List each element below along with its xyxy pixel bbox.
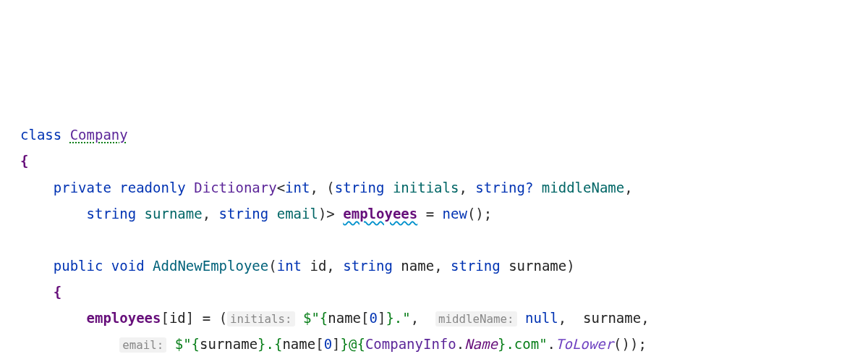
keyword-readonly: readonly (119, 180, 186, 195)
string-interp-1a: $"{ (303, 310, 328, 326)
comma: , (411, 310, 419, 326)
keyword-null: null (525, 310, 558, 326)
paren-open: ( (326, 180, 334, 195)
bracket-close: ] (332, 336, 340, 352)
bracket-close: ] (378, 310, 386, 326)
comma: , (310, 180, 318, 195)
param-name: name (401, 258, 434, 274)
code-block: class Company { private readonly Diction… (20, 127, 650, 362)
keyword-void: void (111, 258, 145, 274)
param-type-int: int (277, 258, 302, 274)
inlay-hint-email: email: (119, 337, 166, 353)
bracket-close: ] (186, 310, 194, 326)
brace-open: { (20, 153, 28, 169)
prop-name: Name (464, 336, 498, 352)
param-type-string: string (343, 258, 393, 274)
interp-surname: surname (200, 336, 258, 352)
bracket-open: [ (361, 310, 369, 326)
param-type-string: string (451, 258, 501, 274)
bracket-open: [ (161, 310, 169, 326)
type-string: string (219, 206, 269, 222)
ref-employees: employees (87, 310, 161, 326)
comma: , (459, 180, 467, 195)
interp-name: name (328, 310, 361, 326)
angle-close: > (326, 206, 334, 222)
param-id: id (310, 258, 326, 274)
paren-close: ) (630, 336, 638, 352)
type-companyinfo: CompanyInfo (365, 336, 456, 352)
type-string-nullable: string? (475, 180, 533, 195)
interp-name2: name (282, 336, 315, 352)
class-name: Company (70, 127, 128, 143)
paren-close: ) (318, 206, 326, 222)
tuple-member-surname: surname (145, 206, 203, 222)
inlay-hint-middlename: middleName: (435, 311, 516, 327)
comma: , (434, 258, 442, 274)
dot: . (456, 336, 464, 352)
brace-open: { (54, 284, 61, 300)
param-surname: surname (509, 258, 566, 274)
comma: , (203, 206, 210, 222)
method-name: AddNewEmployee (153, 258, 268, 274)
dot: . (548, 336, 556, 352)
bracket-open: [ (315, 336, 323, 352)
arg-surname: surname (583, 310, 641, 326)
keyword-private: private (54, 180, 111, 195)
paren-close: ) (566, 258, 574, 274)
string-interp-2d: }.com" (498, 336, 548, 352)
string-interp-2b: }.{ (258, 336, 282, 352)
type-int: int (285, 180, 310, 195)
field-employees: employees (343, 206, 417, 222)
keyword-class: class (20, 127, 61, 143)
ctor-parens: () (467, 206, 484, 222)
semicolon: ; (484, 206, 492, 222)
keyword-public: public (54, 258, 103, 274)
call-parens: () (613, 336, 630, 352)
keyword-new: new (443, 206, 467, 222)
string-interp-1b: }." (386, 310, 410, 326)
comma: , (558, 310, 566, 326)
type-dictionary: Dictionary (194, 180, 276, 195)
comma: , (326, 258, 334, 274)
comma: , (624, 180, 632, 195)
type-string: string (87, 206, 137, 222)
number-zero: 0 (370, 310, 378, 326)
index-id: id (169, 310, 186, 326)
string-interp-2a: $"{ (175, 336, 200, 352)
string-interp-2c: }@{ (341, 336, 365, 352)
semicolon: ; (638, 336, 646, 352)
equals: = (426, 206, 434, 222)
equals: = (203, 310, 210, 326)
comma: , (641, 310, 649, 326)
tuple-member-middlename: middleName (542, 180, 624, 195)
tuple-member-initials: initials (393, 180, 459, 195)
paren-open: ( (219, 310, 227, 326)
method-tolower: ToLower (556, 336, 613, 352)
inlay-hint-initials: initials: (227, 311, 294, 327)
type-string: string (335, 180, 385, 195)
paren-open: ( (268, 258, 276, 274)
tuple-member-email: email (277, 206, 318, 222)
number-zero: 0 (324, 336, 332, 352)
angle-open: < (277, 180, 285, 195)
